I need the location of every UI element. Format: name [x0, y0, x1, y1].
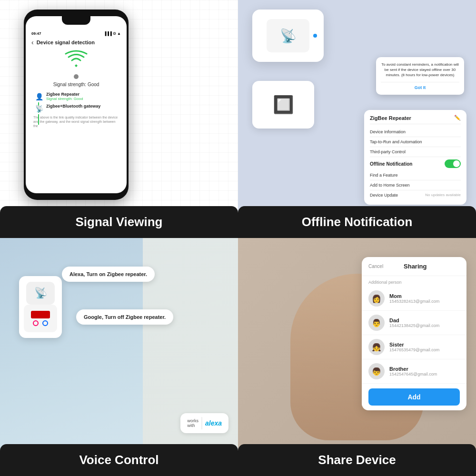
offline-toggle-row: Offline Notification	[370, 157, 461, 170]
cell-label-offline: Offline Notification	[238, 206, 476, 238]
device-2: 📡 Zigbee+Bluetooth gateway	[31, 104, 121, 112]
person-email: 15476535479@gmail.com	[389, 347, 439, 352]
share-person[interactable]: 👨 Dad 15442138425@gmail.com	[362, 311, 466, 335]
edit-icon[interactable]: ✏️	[454, 115, 461, 121]
popup-text: To avoid constant reminders, a notificat…	[381, 62, 459, 78]
btn-blue	[42, 320, 48, 326]
device2-info: Zigbee+Bluetooth gateway	[46, 104, 100, 109]
device1-info: Zigbee Repeater Signal strength: Good	[46, 92, 83, 101]
got-it-button[interactable]: Got It	[381, 82, 459, 90]
cell-voice: 📡 Alexa, Turn on Zigbee repeater. Google…	[0, 238, 238, 476]
nav-row: ‹ Device signal detection	[31, 39, 121, 46]
cell-signal-viewing: 09:47 ▐▐▐ ⊙ ▲ ‹ Device signal detection	[0, 0, 238, 238]
panel-item-automation[interactable]: Tap-to-Run and Automation	[370, 137, 461, 147]
person-info: Dad 15442138425@gmail.com	[389, 317, 439, 328]
persons-list: 👩 Mom 15453282413@gmail.com 👨 Dad 154421…	[362, 287, 466, 384]
cell-offline: 📡 🔲 To avoid constant reminders, a notif…	[238, 0, 476, 238]
status-bar: 09:47 ▐▐▐ ⊙ ▲	[31, 30, 121, 36]
person-email: 15453282413@gmail.com	[389, 299, 439, 304]
device-display	[31, 311, 50, 318]
cell-share: Cancel Sharing space Additional person 👩…	[238, 238, 476, 476]
person-email: 15442138425@gmail.com	[389, 323, 439, 328]
alexa-logo: alexa	[205, 419, 222, 427]
share-person[interactable]: 👦 Brother 1542547645@gmail.com	[362, 359, 466, 384]
phone-screen-signal: 09:47 ▐▐▐ ⊙ ▲ ‹ Device signal detection	[26, 16, 127, 193]
sharing-panel: Cancel Sharing space Additional person 👩…	[362, 257, 466, 410]
cancel-button[interactable]: Cancel	[368, 264, 383, 269]
panel-title: ZigBee Repeater ✏️	[370, 115, 461, 124]
device-icon: 📡	[267, 19, 309, 52]
panel-item-find[interactable]: Find a Feature	[370, 170, 461, 180]
offline-toggle-label: Offline Notification	[370, 161, 412, 167]
cell-label-share: Share Device	[238, 444, 476, 476]
speech-bubble-alexa: Alexa, Turn on Zigbee repeater.	[62, 267, 155, 282]
divider	[201, 417, 202, 429]
device-buttons	[33, 320, 48, 326]
offline-toggle-switch[interactable]	[445, 159, 461, 168]
wifi-signal-icon	[31, 50, 121, 72]
panel-item-third-party[interactable]: Third-party Control	[370, 147, 461, 157]
btn-pink	[33, 320, 39, 326]
screen-title: Device signal detection	[37, 40, 95, 45]
device-bottom	[24, 305, 57, 332]
device-box2: 🔲	[252, 81, 314, 129]
time: 09:47	[31, 31, 41, 36]
signal-icons: ▐▐▐ ⊙ ▲	[104, 31, 121, 36]
badge-alexa: works with alexa	[180, 413, 228, 433]
device-top-icon: 📡	[34, 287, 47, 299]
phone-signal: 09:47 ▐▐▐ ⊙ ▲ ‹ Device signal detection	[24, 10, 129, 200]
settings-panel: ZigBee Repeater ✏️ Device Information Ta…	[364, 110, 466, 205]
spacer: space	[447, 264, 460, 269]
hub-icon: 🔲	[273, 95, 294, 115]
cell-label-signal: Signal Viewing	[0, 206, 238, 238]
speech-bubble-google: Google, Turn off Zigbee repeater.	[76, 309, 173, 325]
device1-strength: Signal strength: Good	[46, 97, 83, 101]
signal-note: The above is the link quality indicator …	[31, 115, 121, 128]
panel-item-home-screen[interactable]: Add to Home Screen	[370, 180, 461, 190]
share-person[interactable]: 👩 Mom 15453282413@gmail.com	[362, 287, 466, 311]
additional-label: Additional person	[362, 276, 466, 287]
person-avatar: 👩	[368, 290, 385, 307]
back-icon[interactable]: ‹	[31, 39, 34, 46]
person-name: Dad	[389, 317, 439, 323]
signal-dot	[74, 74, 79, 79]
sharing-panel-header: Cancel Sharing space	[362, 257, 466, 276]
voice-device: 📡	[19, 276, 62, 338]
person-info: Brother 1542547645@gmail.com	[389, 366, 437, 377]
device-image-area: 📡	[252, 10, 333, 76]
device-top: 📡	[26, 282, 55, 305]
device-box: 📡	[252, 10, 324, 62]
cell-label-voice: Voice Control	[0, 444, 238, 476]
status-dot	[313, 34, 317, 38]
device-1: 👤 Zigbee Repeater Signal strength: Good	[31, 92, 121, 101]
person-info: Sister 15476535479@gmail.com	[389, 342, 439, 352]
person-name: Sister	[389, 342, 439, 347]
phone-notch	[62, 16, 90, 25]
person-avatar: 👦	[368, 363, 385, 379]
device2-icon: 📡	[35, 105, 43, 112]
share-person[interactable]: 👧 Sister 15476535479@gmail.com	[362, 335, 466, 359]
person-info: Mom 15453282413@gmail.com	[389, 293, 439, 304]
sharing-title: Sharing	[404, 263, 426, 270]
person-avatar: 👧	[368, 339, 385, 355]
signal-strength-text: Signal strength: Good	[31, 82, 121, 87]
panel-item-update[interactable]: Device Update No updates available	[370, 190, 461, 200]
person-name: Brother	[389, 366, 437, 372]
feature-grid: 09:47 ▐▐▐ ⊙ ▲ ‹ Device signal detection	[0, 0, 476, 476]
person-email: 1542547645@gmail.com	[389, 372, 437, 377]
add-button[interactable]: Add	[368, 388, 460, 406]
person-avatar: 👨	[368, 315, 385, 331]
notification-popup: To avoid constant reminders, a notificat…	[376, 57, 464, 95]
person-name: Mom	[389, 293, 439, 299]
screen-content: 09:47 ▐▐▐ ⊙ ▲ ‹ Device signal detection	[26, 16, 127, 134]
panel-item-device-info[interactable]: Device Information	[370, 127, 461, 137]
device1-icon: 👤	[35, 93, 43, 100]
